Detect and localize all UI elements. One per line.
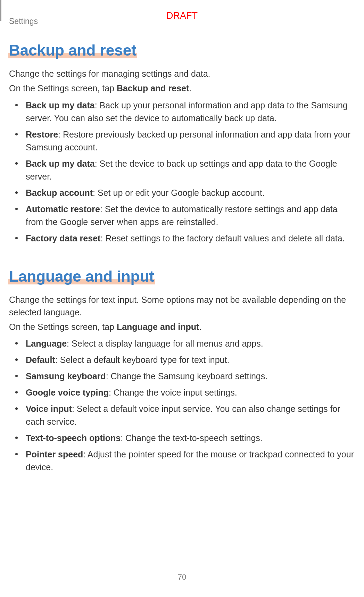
list-item: Samsung keyboard: Change the Samsung key… — [26, 370, 356, 383]
tap-instruction: On the Settings screen, tap Language and… — [9, 321, 356, 333]
item-text: : Change the text-to-speech settings. — [121, 433, 263, 443]
item-text: : Select a default keyboard type for tex… — [55, 355, 230, 365]
list-item: Text-to-speech options: Change the text-… — [26, 432, 356, 445]
bullet-list-language: Language: Select a display language for … — [9, 337, 356, 474]
item-text: : Reset settings to the factory default … — [100, 233, 345, 243]
page-content: Backup and reset Change the settings for… — [9, 42, 356, 495]
list-item: Back up my data: Set the device to back … — [26, 157, 356, 183]
item-bold: Text-to-speech options — [26, 433, 121, 443]
list-item: Default: Select a default keyboard type … — [26, 354, 356, 366]
page-border-accent — [0, 0, 1, 21]
item-bold: Language — [26, 339, 67, 348]
tap-suffix: . — [199, 322, 201, 332]
page-number: 70 — [178, 573, 186, 582]
item-bold: Voice input — [26, 404, 72, 414]
item-text: : Restore previously backed up personal … — [26, 130, 350, 152]
list-item: Pointer speed: Adjust the pointer speed … — [26, 448, 356, 474]
section-heading-language-input: Language and input — [9, 268, 154, 285]
item-bold: Samsung keyboard — [26, 371, 106, 381]
item-bold: Google voice typing — [26, 388, 109, 397]
section-intro: Change the settings for text input. Some… — [9, 293, 356, 319]
item-bold: Backup account — [26, 188, 93, 198]
list-item: Restore: Restore previously backed up pe… — [26, 128, 356, 154]
list-item: Voice input: Select a default voice inpu… — [26, 403, 356, 428]
list-item: Factory data reset: Reset settings to th… — [26, 232, 356, 245]
item-text: : Select a display language for all menu… — [67, 339, 263, 348]
section-intro: Change the settings for managing setting… — [9, 67, 356, 80]
tap-prefix: On the Settings screen, tap — [9, 83, 117, 93]
list-item: Automatic restore: Set the device to aut… — [26, 203, 356, 229]
list-item: Google voice typing: Change the voice in… — [26, 386, 356, 399]
item-text: : Set up or edit your Google backup acco… — [93, 188, 265, 198]
item-bold: Back up my data — [26, 100, 95, 110]
section-heading-backup-reset: Backup and reset — [9, 42, 136, 59]
tap-instruction: On the Settings screen, tap Backup and r… — [9, 82, 356, 94]
item-bold: Back up my data — [26, 159, 95, 168]
draft-watermark: DRAFT — [166, 10, 198, 21]
tap-bold-target: Backup and reset — [117, 83, 189, 93]
item-text: : Change the voice input settings. — [109, 388, 237, 397]
tap-bold-target: Language and input — [117, 322, 199, 332]
list-item: Back up my data: Back up your personal i… — [26, 99, 356, 125]
tap-prefix: On the Settings screen, tap — [9, 322, 117, 332]
item-bold: Automatic restore — [26, 204, 100, 214]
item-text: : Select a default voice input service. … — [26, 404, 340, 426]
item-bold: Default — [26, 355, 55, 365]
list-item: Language: Select a display language for … — [26, 337, 356, 350]
item-text: : Change the Samsung keyboard settings. — [106, 371, 268, 381]
item-bold: Restore — [26, 130, 58, 139]
item-bold: Factory data reset — [26, 233, 100, 243]
tap-suffix: . — [189, 83, 191, 93]
bullet-list-backup: Back up my data: Back up your personal i… — [9, 99, 356, 245]
header-section-label: Settings — [9, 17, 38, 26]
item-bold: Pointer speed — [26, 449, 83, 459]
list-item: Backup account: Set up or edit your Goog… — [26, 186, 356, 199]
